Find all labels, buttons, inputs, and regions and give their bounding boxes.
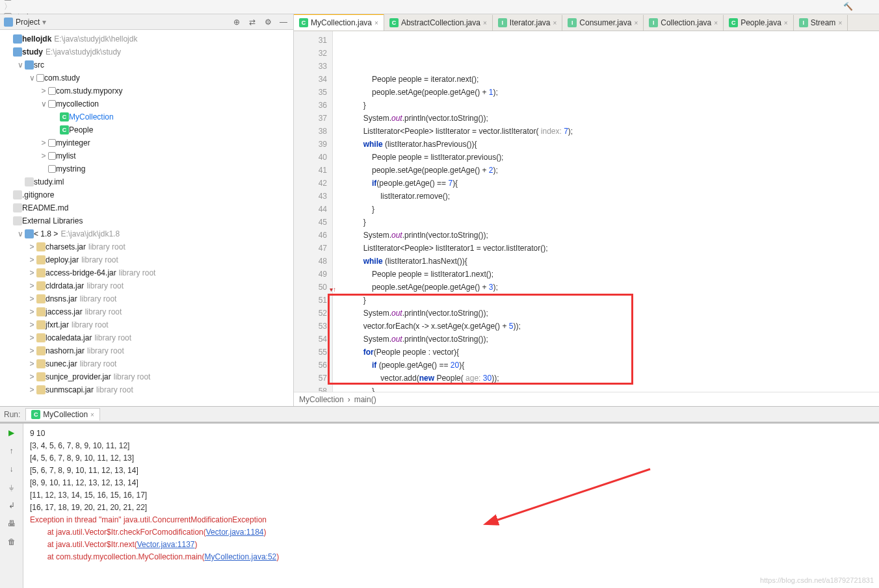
line-number[interactable]: 52 <box>294 307 327 320</box>
line-number[interactable]: 36 <box>294 99 327 112</box>
line-number[interactable]: 48 <box>294 255 327 268</box>
editor-tabs[interactable]: C MyCollection.java × C AbstractCollecti… <box>294 14 879 31</box>
line-number[interactable]: 55 <box>294 346 327 359</box>
hide-button[interactable]: — <box>278 16 289 28</box>
build-icon[interactable]: 🔨 <box>843 2 853 11</box>
tree-item[interactable]: ∨ mycollection <box>0 97 293 110</box>
tree-twisty[interactable]: > <box>27 333 36 342</box>
line-number[interactable]: 47 <box>294 242 327 255</box>
code-line[interactable]: ListIterator<People> listIterator = vect… <box>346 125 879 138</box>
code-line[interactable]: listIterator.remove(); <box>346 190 879 203</box>
tree-twisty[interactable]: > <box>27 281 36 290</box>
editor-tab[interactable]: C MyCollection.java × <box>294 14 384 31</box>
line-gutter[interactable]: 3132333435363738394041424344454647484950… <box>294 31 333 392</box>
crumb-method[interactable]: main() <box>354 395 376 404</box>
line-number[interactable]: 35 <box>294 86 327 99</box>
run-tab[interactable]: C MyCollection × <box>25 408 100 420</box>
stacktrace-link[interactable]: Vector.java:1184 <box>206 528 264 537</box>
tree-item[interactable]: > nashorn.jar library root <box>0 344 293 357</box>
tree-item[interactable]: > jaccess.jar library root <box>0 305 293 318</box>
tree-item[interactable]: .gitignore <box>0 188 293 201</box>
close-icon[interactable]: × <box>714 19 718 27</box>
tree-item[interactable]: > sunmscapi.jar library root <box>0 383 293 396</box>
editor-tab[interactable]: I Collection.java × <box>644 15 724 31</box>
code-line[interactable]: System.out.println(vector.toString()); <box>346 112 879 125</box>
tree-item[interactable]: README.md <box>0 201 293 214</box>
close-icon[interactable]: × <box>374 19 378 27</box>
collapse-all-button[interactable]: ⊕ <box>231 16 243 28</box>
code-line[interactable]: for(People people : vector){ <box>346 346 879 359</box>
tree-twisty[interactable]: ∨ <box>27 73 36 83</box>
tree-item[interactable]: ∨ com.study <box>0 71 293 84</box>
code-line[interactable]: } <box>346 385 879 392</box>
tree-item[interactable]: ∨ < 1.8 > E:\java\jdk\jdk1.8 <box>0 227 293 240</box>
editor-tab[interactable]: I Stream × <box>794 15 848 31</box>
tree-item[interactable]: > deploy.jar library root <box>0 253 293 266</box>
down-button[interactable]: ↓ <box>5 463 18 476</box>
tree-twisty[interactable]: > <box>27 268 36 277</box>
line-number[interactable]: 58 <box>294 385 327 392</box>
tree-twisty[interactable]: ∨ <box>16 60 25 70</box>
code-line[interactable]: ListIterator<People> listIterator1 = vec… <box>346 242 879 255</box>
line-number[interactable]: 42 <box>294 177 327 190</box>
tree-twisty[interactable]: > <box>27 307 36 316</box>
crumb-class[interactable]: MyCollection <box>299 395 344 404</box>
line-number[interactable]: 54 <box>294 333 327 346</box>
line-number[interactable]: 33 <box>294 60 327 73</box>
line-number[interactable]: 50▾↑ <box>294 281 327 294</box>
tree-item[interactable]: study.iml <box>0 175 293 188</box>
tree-twisty[interactable]: > <box>27 359 36 368</box>
console-output[interactable]: 9 10[3, 4, 5, 6, 7, 8, 9, 10, 11, 12][4,… <box>23 424 879 588</box>
line-number[interactable]: 41 <box>294 164 327 177</box>
code-line[interactable]: } <box>346 203 879 216</box>
code-line[interactable]: people.setAge(people.getAge() + 1); <box>346 86 879 99</box>
code-line[interactable]: } <box>346 99 879 112</box>
tree-twisty[interactable]: ∨ <box>39 99 48 109</box>
line-number[interactable]: 40 <box>294 151 327 164</box>
settings-icon[interactable]: ⚙ <box>262 16 274 28</box>
close-icon[interactable]: × <box>838 19 842 27</box>
tree-item[interactable]: External Libraries <box>0 214 293 227</box>
filter-button[interactable]: ⏚ <box>5 481 18 494</box>
code-line[interactable]: People people = listIterator.previous(); <box>346 151 879 164</box>
line-number[interactable]: 49 <box>294 268 327 281</box>
tree-item[interactable]: C MyCollection <box>0 110 293 123</box>
tree-twisty[interactable]: > <box>27 242 36 251</box>
line-number[interactable]: 37 <box>294 112 327 125</box>
stacktrace-link[interactable]: MyCollection.java:52 <box>205 552 277 561</box>
print-button[interactable]: 🖶 <box>5 517 18 530</box>
editor-tab[interactable]: C AbstractCollection.java × <box>384 15 493 31</box>
close-icon[interactable]: × <box>90 411 94 418</box>
code-editor[interactable]: 3132333435363738394041424344454647484950… <box>294 31 879 392</box>
tree-item[interactable]: > localedata.jar library root <box>0 331 293 344</box>
code-line[interactable]: People people = iterator.next(); <box>346 73 879 86</box>
tree-twisty[interactable]: > <box>27 346 36 355</box>
close-icon[interactable]: × <box>483 19 487 27</box>
tree-twisty[interactable]: ∨ <box>16 229 25 238</box>
code-line[interactable]: System.out.println(vector.toString()); <box>346 307 879 320</box>
tree-item[interactable]: > charsets.jar library root <box>0 240 293 253</box>
close-icon[interactable]: × <box>634 19 638 27</box>
tree-item[interactable]: > sunec.jar library root <box>0 357 293 370</box>
close-icon[interactable]: × <box>784 19 788 27</box>
wrap-button[interactable]: ↲ <box>5 499 18 512</box>
tree-item[interactable]: > access-bridge-64.jar library root <box>0 266 293 279</box>
tree-twisty[interactable]: > <box>39 151 48 160</box>
line-number[interactable]: 32 <box>294 47 327 60</box>
line-number[interactable]: 56 <box>294 359 327 372</box>
tree-item[interactable]: > jfxrt.jar library root <box>0 318 293 331</box>
tree-item[interactable]: > mylist <box>0 149 293 162</box>
code-line[interactable]: People people = listIterator1.next(); <box>346 268 879 281</box>
code-line[interactable]: vector.add(new People( age: 30)); <box>346 372 879 385</box>
line-number[interactable]: 39 <box>294 138 327 151</box>
code-line[interactable]: System.out.println(vector.toString()); <box>346 229 879 242</box>
stop-button[interactable]: ↑ <box>5 444 18 457</box>
tree-item[interactable]: hellojdk E:\java\studyjdk\hellojdk <box>0 32 293 45</box>
close-icon[interactable]: × <box>553 19 557 27</box>
editor-tab[interactable]: I Consumer.java × <box>562 15 644 31</box>
breadcrumb-item[interactable]: com <box>4 0 60 1</box>
editor-tab[interactable]: C People.java × <box>724 15 794 31</box>
stacktrace-link[interactable]: Vector.java:1137 <box>137 540 195 549</box>
code-line[interactable]: people.setAge(people.getAge() + 3); <box>346 281 879 294</box>
line-number[interactable]: 31 <box>294 34 327 47</box>
